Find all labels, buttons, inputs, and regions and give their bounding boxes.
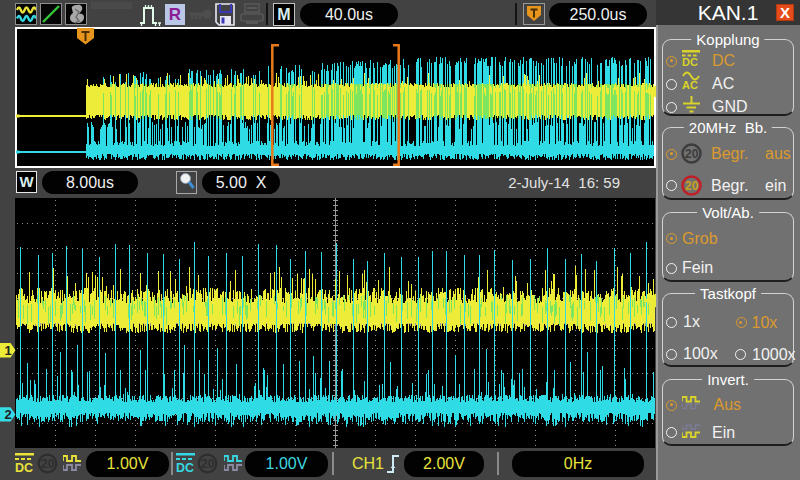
svg-text:20: 20 — [41, 457, 55, 471]
svg-text:20: 20 — [685, 147, 699, 161]
svg-text:DC: DC — [176, 461, 194, 475]
svg-text:2: 2 — [5, 407, 12, 422]
svg-text:1: 1 — [5, 343, 12, 358]
svg-text:DC: DC — [682, 56, 698, 68]
svg-text:DC: DC — [15, 461, 33, 475]
svg-text:AC: AC — [682, 79, 698, 91]
svg-text:20: 20 — [201, 457, 215, 471]
svg-text:20: 20 — [685, 179, 699, 193]
